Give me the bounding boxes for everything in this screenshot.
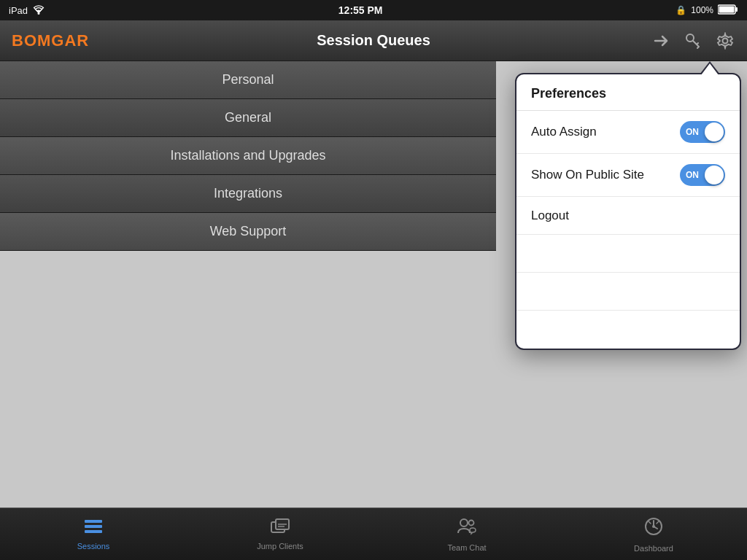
popover-arrow-inner bbox=[701, 63, 719, 75]
svg-point-13 bbox=[460, 519, 468, 526]
svg-rect-2 bbox=[735, 7, 738, 12]
show-public-toggle[interactable]: ON bbox=[680, 164, 725, 186]
status-bar: iPad 12:55 PM 🔒 100% bbox=[0, 0, 747, 20]
tab-dashboard[interactable]: Dashboard bbox=[560, 508, 747, 560]
logout-row[interactable]: Logout bbox=[516, 197, 740, 235]
jump-clients-label: Jump Clients bbox=[257, 542, 303, 551]
svg-point-5 bbox=[723, 38, 728, 43]
empty-row-3 bbox=[516, 311, 740, 349]
tab-bar: Sessions Jump Clients Team Chat bbox=[0, 508, 747, 560]
auto-assign-row: Auto Assign ON bbox=[516, 111, 740, 154]
svg-rect-7 bbox=[85, 525, 102, 528]
preferences-popover: Preferences Auto Assign ON Show On Publi… bbox=[515, 73, 741, 350]
svg-rect-3 bbox=[719, 6, 735, 12]
dashboard-label: Dashboard bbox=[634, 544, 673, 553]
sessions-label: Sessions bbox=[77, 542, 110, 551]
status-time: 12:55 PM bbox=[338, 4, 383, 16]
key-icon[interactable] bbox=[680, 28, 706, 54]
auto-assign-label: Auto Assign bbox=[531, 125, 597, 139]
sessions-icon bbox=[83, 518, 104, 539]
preferences-overlay: Preferences Auto Assign ON Show On Publi… bbox=[0, 61, 747, 508]
tab-jump-clients[interactable]: Jump Clients bbox=[187, 508, 374, 560]
auto-assign-toggle-knob bbox=[705, 122, 724, 141]
show-public-toggle-knob bbox=[705, 166, 724, 184]
status-right: 🔒 100% bbox=[676, 4, 738, 17]
svg-point-16 bbox=[652, 525, 655, 528]
team-chat-label: Team Chat bbox=[447, 543, 486, 552]
preferences-title: Preferences bbox=[516, 74, 740, 111]
svg-rect-8 bbox=[85, 530, 102, 533]
logout-label: Logout bbox=[531, 209, 569, 223]
settings-gear-icon[interactable] bbox=[712, 28, 738, 54]
wifi-icon bbox=[32, 4, 45, 17]
nav-actions bbox=[648, 28, 738, 54]
svg-point-0 bbox=[38, 12, 40, 15]
app-logo: BOMGAR bbox=[12, 31, 89, 50]
jump-clients-icon bbox=[270, 518, 290, 539]
show-public-toggle-label: ON bbox=[686, 170, 699, 180]
device-label: iPad bbox=[9, 5, 28, 16]
auto-assign-toggle[interactable]: ON bbox=[680, 121, 725, 143]
empty-row-2 bbox=[516, 273, 740, 311]
team-chat-icon bbox=[457, 517, 477, 540]
tab-team-chat[interactable]: Team Chat bbox=[374, 508, 560, 560]
lock-icon: 🔒 bbox=[676, 5, 686, 15]
show-public-label: Show On Public Site bbox=[531, 168, 644, 182]
auto-assign-toggle-label: ON bbox=[686, 127, 699, 137]
arrow-icon[interactable] bbox=[648, 28, 674, 54]
battery-icon bbox=[718, 4, 738, 17]
show-public-row: Show On Public Site ON bbox=[516, 154, 740, 197]
svg-point-14 bbox=[469, 520, 474, 525]
page-title: Session Queues bbox=[317, 32, 430, 49]
status-left: iPad bbox=[9, 4, 45, 17]
svg-rect-6 bbox=[85, 520, 102, 523]
tab-sessions[interactable]: Sessions bbox=[0, 508, 187, 560]
empty-row-1 bbox=[516, 235, 740, 273]
nav-bar: BOMGAR Session Queues bbox=[0, 20, 747, 61]
battery-label: 100% bbox=[691, 5, 713, 15]
dashboard-icon bbox=[643, 516, 664, 541]
